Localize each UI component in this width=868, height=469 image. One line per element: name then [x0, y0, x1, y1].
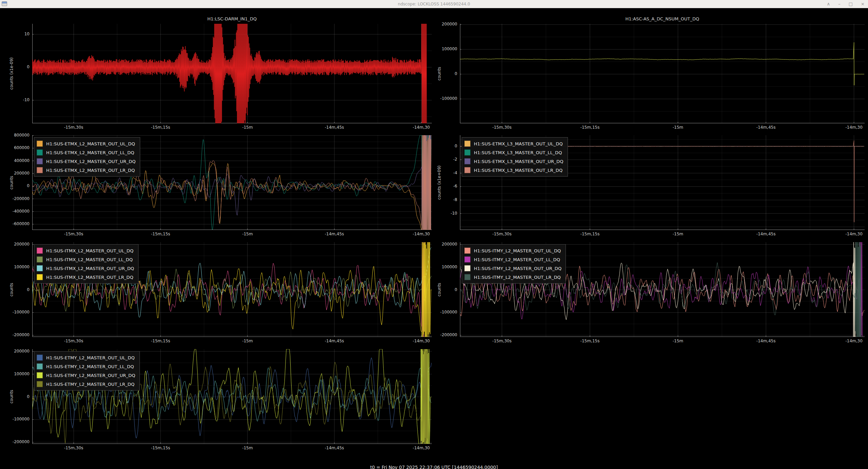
y-axis-label: counts (x1e-09)	[9, 24, 14, 123]
legend[interactable]: H1:SUS-ITMY_L2_MASTER_OUT_UL_DQH1:SUS-IT…	[462, 244, 566, 284]
y-tick-label: 0	[428, 71, 457, 76]
x-tick-label: -15m,15s	[142, 339, 179, 343]
plot-title: H1:ASC-AS_A_DC_NSUM_OUT_DQ	[460, 16, 865, 21]
legend-label: H1:SUS-ETMX_L2_MASTER_OUT_UR_DQ	[46, 159, 136, 164]
window-titlebar[interactable]: ndscope: LOCKLOSS 1446590244.0 ∧ – □ ×	[0, 0, 868, 8]
legend-label: H1:SUS-ITMY_L2_MASTER_OUT_UR_DQ	[474, 266, 561, 271]
legend-item: H1:SUS-ETMY_L2_MASTER_OUT_LR_DQ	[37, 380, 135, 389]
y-tick-label: -6	[428, 184, 457, 188]
legend-swatch-icon	[37, 167, 43, 173]
x-tick-label: -14m,45s	[316, 446, 353, 450]
legend-item: H1:SUS-ITMX_L2_MASTER_OUT_LL_DQ	[37, 255, 134, 264]
y-tick-label: 200000	[0, 171, 30, 176]
x-tick-label: -14m,45s	[747, 125, 784, 130]
y-tick-label: -200000	[0, 196, 30, 201]
plot-canvas[interactable]	[460, 24, 865, 123]
legend-label: H1:SUS-ITMX_L2_MASTER_OUT_LR_DQ	[46, 275, 133, 280]
x-tick-label: -14m,45s	[316, 125, 353, 130]
legend-swatch-icon	[37, 248, 43, 254]
x-tick-label: -14m,45s	[316, 232, 353, 236]
y-tick-label: 100000	[428, 265, 457, 269]
minimize-button[interactable]: –	[838, 0, 841, 8]
y-tick-label: 100000	[0, 372, 30, 376]
plot-grid: H1:LSC-DARM_IN1_DQcounts (x1e-09)100-10-…	[0, 8, 868, 469]
close-button[interactable]: ×	[861, 0, 865, 8]
legend-item: H1:SUS-ETMX_L3_MASTER_OUT_LR_DQ	[464, 166, 564, 175]
y-tick-label: 200000	[428, 22, 457, 26]
legend[interactable]: H1:SUS-ETMY_L2_MASTER_OUT_UL_DQH1:SUS-ET…	[34, 351, 140, 391]
x-tick-label: -14m,30	[835, 232, 868, 236]
plot-sus-etmx-l2[interactable]: counts8000006000004000002000000-200000-4…	[0, 133, 434, 240]
x-tick-label: -14m,30	[403, 446, 440, 450]
legend-swatch-icon	[37, 256, 43, 263]
legend-swatch-icon	[464, 141, 470, 147]
legend-swatch-icon	[464, 256, 470, 263]
y-tick-label: 100000	[428, 47, 457, 51]
y-tick-label: -600000	[0, 221, 30, 226]
legend-swatch-icon	[37, 381, 43, 387]
y-tick-label: 200000	[0, 242, 30, 247]
legend-label: H1:SUS-ETMX_L2_MASTER_OUT_LL_DQ	[46, 150, 134, 155]
y-tick-label: 0	[428, 287, 457, 292]
y-tick-label: -400000	[0, 209, 30, 214]
legend-item: H1:SUS-ITMY_L2_MASTER_OUT_LR_DQ	[464, 273, 561, 282]
legend-swatch-icon	[464, 167, 470, 173]
legend-swatch-icon	[464, 248, 470, 254]
plot-sus-etmy-l2[interactable]: counts2000001000000-100000-200000-15m,30…	[0, 347, 434, 454]
plot-sus-etmx-l3[interactable]: counts (x1e+09)0-2-4-6-8-10-15m,30s-15m,…	[434, 133, 868, 240]
legend[interactable]: H1:SUS-ETMX_L2_MASTER_OUT_UL_DQH1:SUS-ET…	[34, 137, 140, 177]
plot-lsc-darm[interactable]: H1:LSC-DARM_IN1_DQcounts (x1e-09)100-10-…	[0, 8, 434, 133]
shade-button[interactable]: ∧	[827, 0, 830, 8]
legend-item: H1:SUS-ETMX_L3_MASTER_OUT_LL_DQ	[464, 148, 564, 157]
maximize-button[interactable]: □	[849, 0, 853, 8]
legend[interactable]: H1:SUS-ITMX_L2_MASTER_OUT_UL_DQH1:SUS-IT…	[34, 244, 138, 284]
y-tick-label: 200000	[428, 242, 457, 247]
legend-label: H1:SUS-ITMX_L2_MASTER_OUT_UR_DQ	[46, 266, 134, 271]
legend-swatch-icon	[37, 372, 43, 378]
legend-item: H1:SUS-ETMX_L2_MASTER_OUT_LL_DQ	[37, 148, 136, 157]
y-tick-label: -10	[428, 211, 457, 216]
x-tick-label: -15m	[229, 232, 266, 236]
plot-sus-itmx-l2[interactable]: counts2000001000000-100000-200000-15m,30…	[0, 240, 434, 347]
y-tick-label: 0	[0, 394, 30, 399]
legend-swatch-icon	[464, 274, 470, 280]
x-tick-label: -15m	[229, 339, 266, 343]
plot-asc-as-nsum[interactable]: H1:ASC-AS_A_DC_NSUM_OUT_DQcounts20000010…	[434, 8, 868, 133]
legend-swatch-icon	[37, 158, 43, 164]
x-tick-label: -15m,15s	[142, 232, 179, 236]
x-tick-label: -15m,15s	[571, 339, 609, 343]
legend-item: H1:SUS-ETMX_L2_MASTER_OUT_UR_DQ	[37, 157, 136, 166]
plot-sus-itmy-l2[interactable]: counts2000001000000-100000-200000-15m,30…	[434, 240, 868, 347]
plot-canvas[interactable]	[32, 24, 432, 123]
y-tick-label: -200000	[0, 332, 30, 337]
x-tick-label: -15m,30s	[55, 125, 92, 130]
y-tick-label: -10	[0, 97, 30, 102]
y-tick-label: -200000	[428, 332, 457, 337]
y-tick-label: -100000	[0, 310, 30, 314]
legend-item: H1:SUS-ETMY_L2_MASTER_OUT_LL_DQ	[37, 362, 135, 371]
x-tick-label: -15m,30s	[483, 339, 521, 343]
x-tick-label: -15m	[229, 125, 266, 130]
trace-h1-asc-as-a-dc-nsum-out-dq	[460, 42, 864, 85]
y-tick-label: -4	[428, 170, 457, 175]
x-tick-label: -15m,15s	[571, 125, 609, 130]
legend-item: H1:SUS-ETMY_L2_MASTER_OUT_UR_DQ	[37, 371, 135, 380]
legend-item: H1:SUS-ITMY_L2_MASTER_OUT_UR_DQ	[464, 264, 561, 273]
plot-title: H1:LSC-DARM_IN1_DQ	[32, 16, 432, 21]
y-axis-label: counts (x1e+09)	[437, 135, 442, 230]
x-tick-label: -14m,30	[835, 125, 868, 130]
legend-label: H1:SUS-ITMY_L2_MASTER_OUT_LR_DQ	[474, 275, 561, 280]
legend-swatch-icon	[37, 363, 43, 369]
legend-item: H1:SUS-ITMX_L2_MASTER_OUT_LR_DQ	[37, 273, 134, 282]
y-tick-label: 0	[428, 144, 457, 148]
x-tick-label: -14m,45s	[747, 232, 784, 236]
legend[interactable]: H1:SUS-ETMX_L3_MASTER_OUT_UL_DQH1:SUS-ET…	[462, 137, 568, 177]
x-tick-label: -14m,30	[835, 339, 868, 343]
y-tick-label: 600000	[0, 145, 30, 150]
legend-label: H1:SUS-ETMX_L2_MASTER_OUT_UL_DQ	[46, 141, 135, 146]
t0-status-text: t0 = Fri Nov 07 2025 22:37:06 UTC [14465…	[0, 465, 868, 469]
y-tick-label: -200000	[0, 439, 30, 444]
legend-label: H1:SUS-ETMX_L3_MASTER_OUT_LR_DQ	[474, 168, 562, 173]
y-tick-label: 0	[0, 183, 30, 188]
x-tick-label: -15m,30s	[483, 125, 521, 130]
